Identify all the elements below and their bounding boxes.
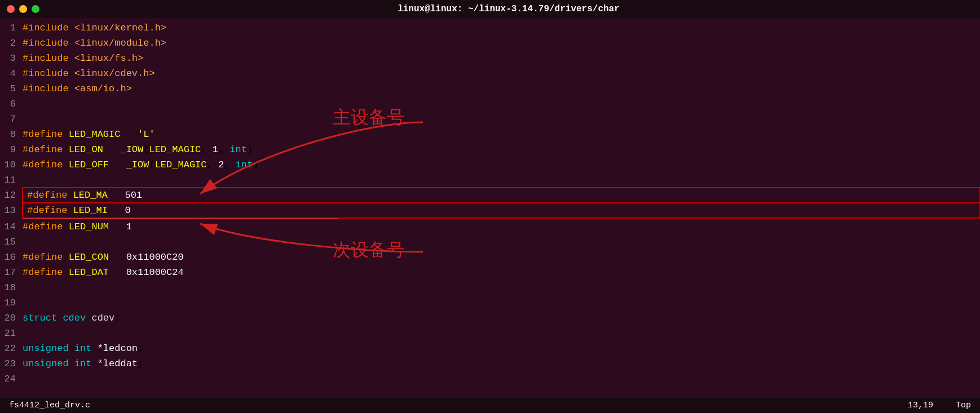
line-content: struct cdev cdev;: [23, 310, 980, 326]
code-line: 11: [0, 172, 980, 188]
maximize-button[interactable]: [32, 5, 39, 13]
code-line: 17#define LED_DAT 0x11000C24: [0, 265, 980, 280]
line-content: #include <linux/module.h>: [23, 35, 980, 51]
line-content: #define LED_ON _IOW(LED_MAGIC, 1, int): [23, 142, 980, 157]
statusbar-position: 13,19: [908, 401, 933, 410]
line-number: 12: [0, 188, 23, 203]
titlebar: linux@linux: ~/linux-3.14.79/drivers/cha…: [0, 0, 980, 18]
code-line: 5#include <asm/io.h>: [0, 81, 980, 96]
line-number: 11: [0, 172, 23, 188]
close-button[interactable]: [7, 5, 15, 13]
line-number: 7: [0, 112, 23, 127]
code-line: 8#define LED_MAGIC 'L': [0, 127, 980, 142]
line-number: 8: [0, 127, 23, 142]
code-line: 1#include <linux/kernel.h>: [0, 20, 980, 35]
code-line: 20struct cdev cdev;: [0, 310, 980, 326]
code-editor: 1#include <linux/kernel.h>2#include <lin…: [0, 18, 980, 397]
line-content: #define LED_DAT 0x11000C24: [23, 265, 980, 280]
line-content: #include <asm/io.h>: [23, 81, 980, 96]
code-line: 3#include <linux/fs.h>: [0, 51, 980, 66]
line-content: #include <linux/kernel.h>: [23, 20, 980, 35]
line-number: 23: [0, 356, 23, 371]
code-line: 15: [0, 234, 980, 250]
code-area: 1#include <linux/kernel.h>2#include <lin…: [0, 20, 980, 387]
code-line: 23unsigned int *leddat;: [0, 356, 980, 371]
line-number: 5: [0, 81, 23, 96]
line-content: unsigned int *leddat;: [23, 356, 980, 371]
line-number: 20: [0, 310, 23, 326]
code-line: 10#define LED_OFF _IOW(LED_MAGIC, 2, int…: [0, 157, 980, 172]
line-content: #define LED_MA 501: [23, 188, 980, 203]
code-line: 16#define LED_CON 0x11000C20: [0, 250, 980, 265]
line-number: 10: [0, 157, 23, 172]
line-content: #include <linux/fs.h>: [23, 51, 980, 66]
line-number: 13: [0, 203, 23, 218]
line-content: unsigned int *ledcon;: [23, 341, 980, 356]
code-line: 7: [0, 112, 980, 127]
line-number: 17: [0, 265, 23, 280]
window-title: linux@linux: ~/linux-3.14.79/drivers/cha…: [44, 4, 973, 14]
code-line: 13#define LED_MI 0: [0, 203, 980, 218]
line-number: 9: [0, 142, 23, 157]
code-line: 9#define LED_ON _IOW(LED_MAGIC, 1, int): [0, 142, 980, 157]
line-number: 22: [0, 341, 23, 356]
code-line: 18: [0, 280, 980, 295]
minimize-button[interactable]: [19, 5, 27, 13]
line-number: 16: [0, 250, 23, 265]
code-line: 22unsigned int *ledcon;: [0, 341, 980, 356]
line-content: #define LED_OFF _IOW(LED_MAGIC, 2, int): [23, 157, 980, 172]
line-content: #define LED_CON 0x11000C20: [23, 250, 980, 265]
code-line: 14#define LED_NUM 1: [0, 219, 980, 234]
line-content: #define LED_MI 0: [23, 203, 980, 218]
code-line: 4#include <linux/cdev.h>: [0, 66, 980, 81]
line-number: 1: [0, 20, 23, 35]
statusbar-scroll: Top: [956, 401, 971, 410]
code-line: 6: [0, 96, 980, 112]
line-number: 18: [0, 280, 23, 295]
code-line: 24: [0, 371, 980, 387]
code-line: 19: [0, 295, 980, 310]
line-number: 19: [0, 295, 23, 310]
code-line: 12#define LED_MA 501: [0, 188, 980, 203]
line-number: 15: [0, 234, 23, 250]
line-number: 4: [0, 66, 23, 81]
line-content: #define LED_NUM 1: [23, 219, 980, 234]
line-number: 24: [0, 371, 23, 387]
line-content: #include <linux/cdev.h>: [23, 66, 980, 81]
line-content: #define LED_MAGIC 'L': [23, 127, 980, 142]
line-number: 3: [0, 51, 23, 66]
code-line: 2#include <linux/module.h>: [0, 35, 980, 51]
statusbar: fs4412_led_drv.c 13,19 Top: [0, 397, 980, 413]
code-line: 21: [0, 326, 980, 341]
line-number: 21: [0, 326, 23, 341]
line-number: 2: [0, 35, 23, 51]
line-number: 14: [0, 219, 23, 234]
statusbar-filename: fs4412_led_drv.c: [9, 401, 908, 410]
line-number: 6: [0, 96, 23, 112]
